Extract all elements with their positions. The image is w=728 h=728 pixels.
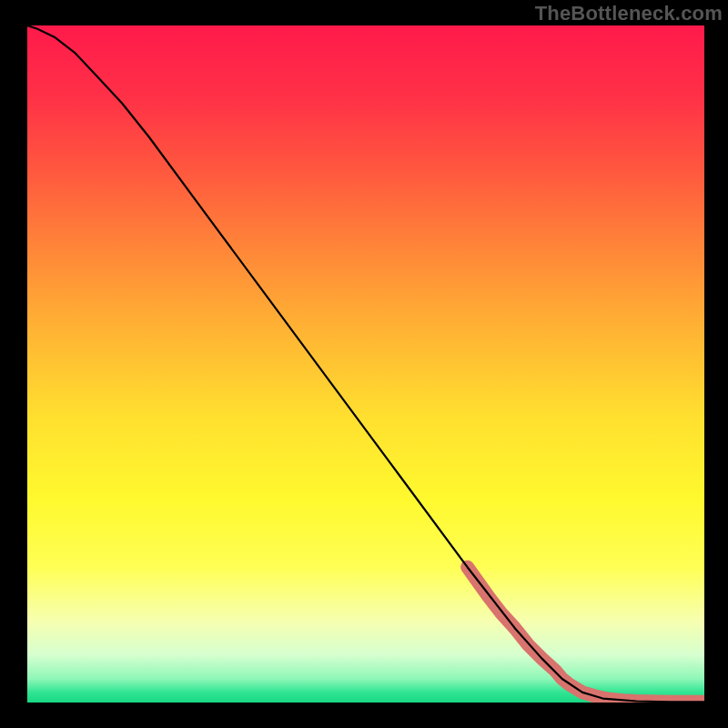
chart-svg (27, 25, 704, 703)
watermark-text: TheBottleneck.com (535, 2, 723, 25)
gradient-background (27, 25, 704, 703)
plot-area (27, 25, 704, 703)
chart-frame: TheBottleneck.com (0, 0, 728, 728)
